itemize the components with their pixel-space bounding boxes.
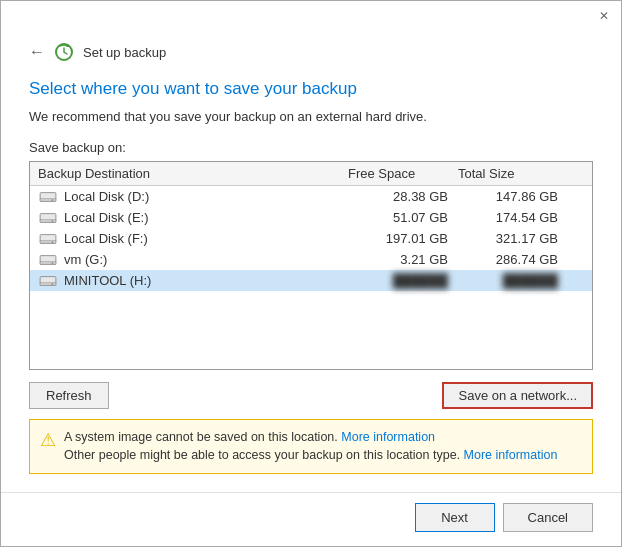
disk-icon	[38, 232, 58, 246]
page-subtitle: We recommend that you save your backup o…	[29, 109, 593, 124]
row-total: 321.17 GB	[458, 231, 568, 246]
svg-rect-15	[40, 282, 56, 285]
row-total: 174.54 GB	[458, 210, 568, 225]
svg-rect-3	[40, 198, 56, 201]
table-row[interactable]: Local Disk (E:)51.07 GB174.54 GB	[30, 207, 592, 228]
next-button[interactable]: Next	[415, 503, 495, 532]
svg-point-10	[52, 241, 54, 243]
row-name: vm (G:)	[38, 252, 348, 267]
table-body[interactable]: Local Disk (D:)28.38 GB147.86 GB Local D…	[30, 186, 592, 326]
title-bar: ✕	[1, 1, 621, 31]
row-total: ██████	[458, 273, 568, 288]
row-total: 286.74 GB	[458, 252, 568, 267]
svg-rect-12	[40, 261, 56, 264]
main-window: ✕ ← Set up backup Select where you want …	[0, 0, 622, 547]
row-free: 28.38 GB	[348, 189, 458, 204]
close-button[interactable]: ✕	[595, 7, 613, 25]
disk-icon	[38, 211, 58, 225]
row-free: 197.01 GB	[348, 231, 458, 246]
col-totalsize: Total Size	[458, 166, 568, 181]
nav-row: ← Set up backup	[29, 41, 593, 63]
page-heading: Select where you want to save your backu…	[29, 79, 593, 99]
table-header: Backup Destination Free Space Total Size	[30, 162, 592, 186]
disk-icon	[38, 274, 58, 288]
svg-point-4	[52, 199, 54, 201]
svg-rect-6	[40, 219, 56, 222]
svg-point-16	[52, 283, 54, 285]
disk-icon	[38, 253, 58, 267]
row-name: Local Disk (F:)	[38, 231, 348, 246]
table-row[interactable]: Local Disk (D:)28.38 GB147.86 GB	[30, 186, 592, 207]
row-free: ██████	[348, 273, 458, 288]
svg-point-13	[52, 262, 54, 264]
warning-line2: Other people might be able to access you…	[64, 448, 460, 462]
cancel-button[interactable]: Cancel	[503, 503, 593, 532]
save-network-button[interactable]: Save on a network...	[442, 382, 593, 409]
warning-icon: ⚠	[40, 429, 56, 451]
footer: Next Cancel	[1, 492, 621, 546]
warning-link2[interactable]: More information	[464, 448, 558, 462]
col-scroll	[568, 166, 584, 181]
back-button[interactable]: ←	[29, 43, 45, 61]
warning-box: ⚠ A system image cannot be saved on this…	[29, 419, 593, 475]
svg-rect-9	[40, 240, 56, 243]
refresh-button[interactable]: Refresh	[29, 382, 109, 409]
nav-title: Set up backup	[83, 45, 166, 60]
table-row[interactable]: vm (G:)3.21 GB286.74 GB	[30, 249, 592, 270]
backup-icon	[53, 41, 75, 63]
table-row[interactable]: MINITOOL (H:)████████████	[30, 270, 592, 291]
save-backup-label: Save backup on:	[29, 140, 593, 155]
row-name: MINITOOL (H:)	[38, 273, 348, 288]
row-free: 51.07 GB	[348, 210, 458, 225]
row-name: Local Disk (E:)	[38, 210, 348, 225]
row-name: Local Disk (D:)	[38, 189, 348, 204]
row-free: 3.21 GB	[348, 252, 458, 267]
backup-destination-table: Backup Destination Free Space Total Size…	[29, 161, 593, 370]
warning-link1[interactable]: More information	[341, 430, 435, 444]
svg-point-7	[52, 220, 54, 222]
col-destination: Backup Destination	[38, 166, 348, 181]
action-button-row: Refresh Save on a network...	[29, 382, 593, 409]
main-content: ← Set up backup Select where you want to…	[1, 31, 621, 492]
row-total: 147.86 GB	[458, 189, 568, 204]
warning-text: A system image cannot be saved on this l…	[64, 428, 557, 466]
warning-line1: A system image cannot be saved on this l…	[64, 430, 338, 444]
disk-icon	[38, 190, 58, 204]
col-freespace: Free Space	[348, 166, 458, 181]
table-row[interactable]: Local Disk (F:)197.01 GB321.17 GB	[30, 228, 592, 249]
